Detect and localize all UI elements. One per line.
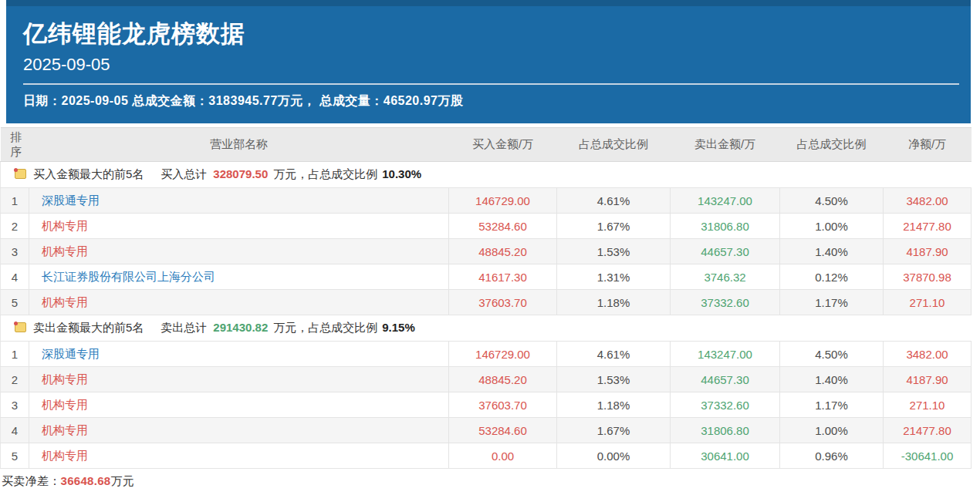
header-divider — [23, 83, 959, 85]
branch-name-cell: 机构专用 — [29, 367, 449, 392]
sell-amount-cell: 3746.32 — [671, 264, 780, 290]
page-header: 亿纬锂能龙虎榜数据 2025-09-05 日期：2025-09-05 总成交金额… — [6, 0, 971, 123]
sell-amount-cell: 31806.80 — [671, 418, 780, 443]
net-amount-cell: 4187.90 — [884, 239, 972, 264]
branch-name-cell: 机构专用 — [29, 443, 449, 469]
branch-name-cell: 机构专用 — [29, 392, 449, 418]
rank-cell: 5 — [1, 443, 29, 469]
section-header-cell: 卖出金额最大的前5名卖出总计291430.82万元，占总成交比例9.15% — [1, 315, 972, 342]
sell-pct-cell: 1.17% — [780, 290, 884, 315]
buy-pct-cell: 1.31% — [557, 264, 671, 290]
rank-cell: 4 — [1, 264, 29, 290]
buy-pct-cell: 1.18% — [557, 392, 671, 418]
branch-name-link[interactable]: 机构专用 — [42, 449, 88, 462]
buy-pct-cell: 4.61% — [557, 188, 671, 214]
section-total-label: 卖出总计 — [161, 321, 207, 334]
branch-name-cell: 机构专用 — [29, 214, 449, 239]
sell-pct-cell: 1.17% — [780, 392, 884, 418]
buy-pct-cell: 1.18% — [557, 290, 671, 315]
table-row: 1深股通专用146729.004.61%143247.004.50%3482.0… — [1, 342, 972, 367]
table-row: 5机构专用37603.701.18%37332.601.17%271.10 — [1, 290, 972, 315]
section-header-row: 买入金额最大的前5名买入总计328079.50万元，占总成交比例10.30% — [1, 162, 972, 188]
branch-name-link[interactable]: 深股通专用 — [42, 347, 100, 360]
buy-amount-cell: 37603.70 — [449, 392, 557, 418]
net-amount-cell: 271.10 — [884, 290, 972, 315]
table-row: 4长江证券股份有限公司上海分公司41617.301.31%3746.320.12… — [1, 264, 972, 290]
section-total-unit: 万元，占总成交比例 — [273, 321, 377, 334]
section-total-unit: 万元，占总成交比例 — [273, 167, 377, 180]
net-amount-cell: -30641.00 — [884, 443, 972, 469]
rank-cell: 2 — [1, 214, 29, 239]
branch-name-link[interactable]: 机构专用 — [42, 295, 88, 308]
buy-pct-cell: 0.00% — [557, 443, 671, 469]
table-row: 5机构专用0.000.00%30641.000.96%-30641.00 — [1, 443, 972, 469]
rank-cell: 5 — [1, 290, 29, 315]
branch-name-cell: 深股通专用 — [29, 188, 449, 214]
note-icon — [15, 322, 26, 332]
sell-amount-cell: 44657.30 — [671, 239, 780, 264]
table-header-row: 排序 营业部名称 买入金额/万 占总成交比例 卖出金额/万 占总成交比例 净额/… — [1, 128, 972, 162]
net-difference-value: 36648.68 — [61, 474, 111, 487]
branch-name-cell: 深股通专用 — [29, 342, 449, 367]
buy-amount-cell: 146729.00 — [449, 342, 557, 367]
sell-pct-cell: 4.50% — [780, 188, 884, 214]
branch-name-link[interactable]: 机构专用 — [42, 423, 88, 436]
buy-amount-cell: 37603.70 — [449, 290, 557, 315]
branch-name-link[interactable]: 机构专用 — [42, 398, 88, 411]
rank-cell: 4 — [1, 418, 29, 443]
lhb-table: 排序 营业部名称 买入金额/万 占总成交比例 卖出金额/万 占总成交比例 净额/… — [0, 127, 972, 469]
lhb-page: 亿纬锂能龙虎榜数据 2025-09-05 日期：2025-09-05 总成交金额… — [0, 0, 971, 495]
buy-amount-cell: 53284.60 — [449, 418, 557, 443]
net-amount-cell: 3482.00 — [884, 342, 972, 367]
table-row: 2机构专用48845.201.53%44657.301.40%4187.90 — [1, 367, 972, 392]
branch-name-link[interactable]: 深股通专用 — [42, 194, 100, 207]
section-total-value: 328079.50 — [213, 167, 268, 180]
rank-cell: 2 — [1, 367, 29, 392]
sell-pct-cell: 1.40% — [780, 367, 884, 392]
buy-pct-cell: 1.53% — [557, 239, 671, 264]
col-header-branch-name: 营业部名称 — [29, 128, 449, 162]
buy-amount-cell: 53284.60 — [449, 214, 557, 239]
net-amount-cell: 3482.00 — [884, 188, 972, 214]
note-dot — [14, 322, 18, 325]
sell-pct-cell: 4.50% — [780, 342, 884, 367]
net-amount-cell: 21477.80 — [884, 418, 972, 443]
branch-name-link[interactable]: 机构专用 — [42, 372, 88, 386]
sell-amount-cell: 143247.00 — [671, 188, 780, 214]
section-header-cell: 买入金额最大的前5名买入总计328079.50万元，占总成交比例10.30% — [1, 162, 972, 188]
branch-name-cell: 机构专用 — [29, 290, 449, 315]
col-header-buy-pct: 占总成交比例 — [557, 128, 671, 162]
buy-amount-cell: 48845.20 — [449, 239, 557, 264]
branch-name-link[interactable]: 机构专用 — [42, 219, 88, 232]
sell-amount-cell: 143247.00 — [671, 342, 780, 367]
sell-pct-cell: 0.12% — [780, 264, 884, 290]
branch-name-cell: 机构专用 — [29, 418, 449, 443]
net-amount-cell: 271.10 — [884, 392, 972, 418]
buy-amount-cell: 146729.00 — [449, 188, 557, 214]
section-label: 卖出金额最大的前5名 — [33, 321, 144, 334]
trading-summary: 日期：2025-09-05 总成交金额：3183945.77万元， 总成交量：4… — [23, 93, 959, 109]
table-row: 4机构专用53284.601.67%31806.801.00%21477.80 — [1, 418, 972, 443]
branch-name-link[interactable]: 机构专用 — [42, 244, 88, 258]
sell-amount-cell: 30641.00 — [671, 443, 780, 469]
col-header-sell-pct: 占总成交比例 — [780, 128, 884, 162]
table-row: 3机构专用48845.201.53%44657.301.40%4187.90 — [1, 239, 972, 264]
buy-pct-cell: 1.53% — [557, 367, 671, 392]
sell-amount-cell: 31806.80 — [671, 214, 780, 239]
branch-name-cell: 机构专用 — [29, 239, 449, 264]
sell-amount-cell: 37332.60 — [671, 392, 780, 418]
buy-amount-cell: 48845.20 — [449, 367, 557, 392]
section-total-label: 买入总计 — [161, 167, 207, 180]
net-amount-cell: 21477.80 — [884, 214, 972, 239]
buy-pct-cell: 1.67% — [557, 214, 671, 239]
sell-amount-cell: 44657.30 — [671, 367, 780, 392]
table-row: 3机构专用37603.701.18%37332.601.17%271.10 — [1, 392, 972, 418]
net-difference-unit: 万元 — [110, 474, 134, 487]
net-difference-label: 买卖净差： — [2, 474, 61, 487]
branch-name-link[interactable]: 长江证券股份有限公司上海分公司 — [42, 270, 215, 283]
section-total-value: 291430.82 — [213, 321, 268, 334]
sell-pct-cell: 1.40% — [780, 239, 884, 264]
col-header-net-amount: 净额/万 — [884, 128, 972, 162]
note-icon — [15, 169, 26, 179]
buy-amount-cell: 41617.30 — [449, 264, 557, 290]
